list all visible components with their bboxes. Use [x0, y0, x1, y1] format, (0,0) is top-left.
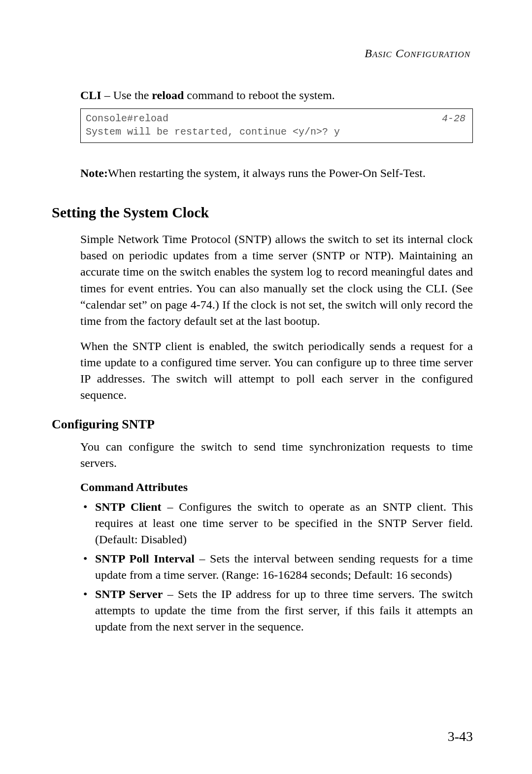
attr-name: SNTP Server [95, 588, 163, 600]
attr-sep: – [163, 588, 178, 600]
list-item: SNTP Poll Interval – Sets the interval b… [80, 551, 473, 583]
command-attributes-list: SNTP Client – Configures the switch to o… [80, 499, 473, 635]
code-block: 4-28Console#reload System will be restar… [80, 108, 473, 143]
cli-intro: CLI – Use the reload command to reboot t… [80, 87, 473, 181]
page-number: 3-43 [448, 729, 473, 744]
attr-name: SNTP Client [95, 500, 162, 513]
section-p1: Simple Network Time Protocol (SNTP) allo… [80, 231, 473, 329]
running-head: Basic Configuration [52, 47, 473, 60]
list-item: SNTP Server – Sets the IP address for up… [80, 586, 473, 635]
code-line-2: System will be restarted, continue <y/n>… [86, 126, 340, 138]
attr-sep: – [162, 500, 179, 513]
subsection-title: Configuring SNTP [52, 417, 473, 432]
section-body: Simple Network Time Protocol (SNTP) allo… [80, 231, 473, 403]
page: Basic Configuration CLI – Use the reload… [0, 0, 532, 774]
subsection-p1: You can configure the switch to send tim… [80, 439, 473, 471]
cli-label: CLI [80, 89, 101, 102]
list-item: SNTP Client – Configures the switch to o… [80, 499, 473, 548]
code-page-ref: 4-28 [442, 112, 466, 125]
cli-intro-line: CLI – Use the reload command to reboot t… [80, 87, 473, 104]
cli-rest: command to reboot the system. [184, 89, 335, 102]
subsection-body: You can configure the switch to send tim… [80, 439, 473, 635]
command-attributes-title: Command Attributes [80, 481, 473, 494]
code-line-1: Console#reload [86, 113, 168, 124]
note-text: When restarting the system, it always ru… [108, 167, 426, 179]
section-title: Setting the System Clock [52, 204, 473, 221]
cli-sep: – Use the [101, 89, 152, 102]
cli-command: reload [152, 89, 184, 102]
attr-name: SNTP Poll Interval [95, 552, 195, 565]
note-label: Note: [80, 167, 108, 179]
section-p2: When the SNTP client is enabled, the swi… [80, 338, 473, 403]
attr-sep: – [195, 552, 210, 565]
note: Note:When restarting the system, it alwa… [80, 165, 473, 181]
